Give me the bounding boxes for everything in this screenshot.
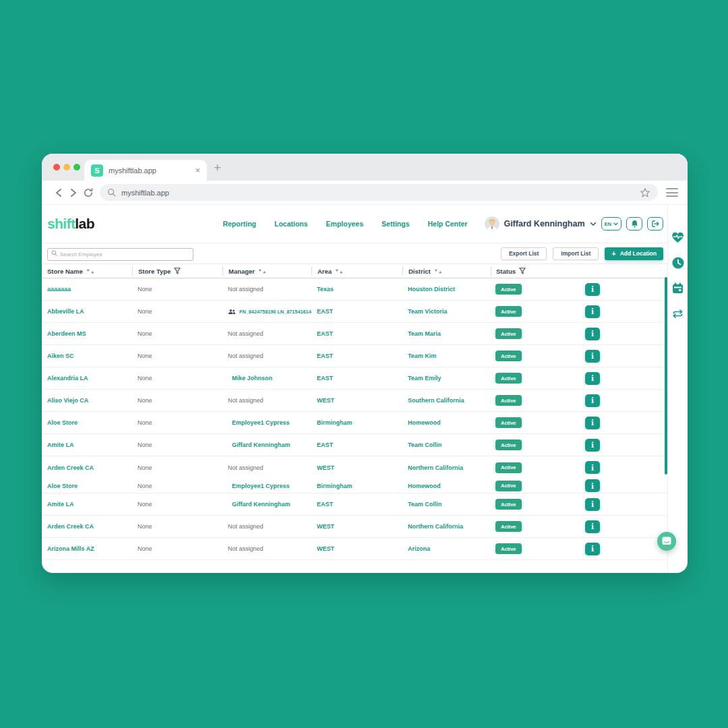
store-name-link[interactable]: Aliso Viejo CA (47, 397, 88, 404)
swap-arrows-icon[interactable] (671, 307, 684, 320)
add-location-button[interactable]: + Add Location (605, 247, 663, 260)
import-list-button[interactable]: Import List (553, 247, 599, 260)
back-arrow-icon[interactable] (51, 185, 66, 200)
new-tab-button[interactable]: + (214, 161, 221, 174)
reload-icon[interactable] (81, 185, 96, 200)
store-name-link[interactable]: Aiken SC (47, 353, 74, 359)
minimize-window-button[interactable] (63, 164, 70, 171)
district-value: Team Collin (408, 501, 442, 508)
store-name-link[interactable]: Amite LA (47, 442, 74, 448)
chat-launcher[interactable] (657, 532, 676, 551)
sort-icon[interactable] (258, 269, 266, 274)
district-value: Team Victoria (408, 308, 447, 315)
url-bar[interactable]: myshiftlab.app (100, 184, 658, 201)
info-button[interactable]: i (585, 520, 600, 533)
store-name-link[interactable]: Alexandria LA (47, 375, 88, 382)
manager-link[interactable]: Mike Johnson (232, 375, 272, 382)
user-menu[interactable]: Giffard Kenningham (485, 216, 596, 231)
info-cell: i (580, 417, 667, 429)
maximize-window-button[interactable] (73, 164, 80, 171)
status-cell: Active (491, 417, 580, 428)
info-button[interactable]: i (585, 305, 600, 318)
filter-icon[interactable] (174, 268, 181, 274)
nav-item-locations[interactable]: Locations (274, 220, 308, 228)
store-name-link[interactable]: Amite LA (47, 501, 74, 508)
export-list-button[interactable]: Export List (501, 247, 547, 260)
area-cell: EAST (311, 501, 402, 508)
manager-value: Not assigned (228, 397, 264, 404)
store-name-link[interactable]: Arden Creek CA (47, 523, 94, 530)
info-cell: i (580, 461, 667, 474)
store-name-link[interactable]: Aberdeen MS (47, 330, 86, 337)
status-cell: Active (491, 462, 580, 473)
clock-icon[interactable] (671, 256, 684, 269)
store-name-link[interactable]: Arizona Mills AZ (47, 545, 94, 552)
manager-link[interactable]: FN_8424758190 LN_8715416140 (239, 309, 311, 315)
store-name-link[interactable]: Aloe Store (47, 483, 78, 489)
district-cell: Northern California (402, 523, 491, 530)
sort-icon[interactable] (434, 269, 442, 274)
search-input[interactable] (47, 248, 193, 261)
info-button[interactable]: i (585, 350, 600, 363)
district-cell: Team Victoria (402, 308, 491, 315)
table-row: Aloe StoreNoneEmployee1 CypressBirmingha… (42, 479, 667, 493)
district-value: Homewood (408, 483, 441, 489)
column-header-district[interactable]: District (402, 266, 491, 276)
nav-item-reporting[interactable]: Reporting (222, 220, 256, 228)
calendar-icon[interactable] (671, 282, 684, 295)
status-cell: Active (491, 373, 580, 384)
bookmark-star-icon[interactable] (640, 187, 650, 198)
store-type-cell: None (132, 397, 222, 404)
manager-link[interactable]: Employee1 Cypress (232, 419, 290, 426)
close-window-button[interactable] (53, 164, 60, 171)
tab-close-icon[interactable]: × (195, 166, 200, 175)
column-header-area[interactable]: Area (311, 266, 402, 276)
column-header-manager[interactable]: Manager (222, 266, 311, 276)
shiftlab-logo[interactable]: shiftlab (47, 216, 94, 232)
info-button[interactable]: i (585, 394, 600, 407)
store-name-link[interactable]: aaaaaaa (47, 286, 71, 293)
nav-item-settings[interactable]: Settings (382, 220, 409, 228)
info-button[interactable]: i (585, 328, 600, 340)
area-value: WEST (317, 523, 334, 530)
user-name: Giffard Kenningham (504, 219, 584, 229)
info-button[interactable]: i (585, 283, 600, 296)
column-header-store-type[interactable]: Store Type (132, 266, 222, 276)
nav-item-help-center[interactable]: Help Center (427, 220, 467, 228)
store-name-link[interactable]: Arden Creek CA (47, 464, 94, 471)
page-background: { "colors": { "page_bg": "#16A085", "tea… (0, 0, 728, 728)
info-button[interactable]: i (585, 372, 600, 385)
filter-icon[interactable] (519, 268, 526, 274)
sort-icon[interactable] (335, 269, 343, 274)
store-name-link[interactable]: Abbeville LA (47, 308, 84, 315)
info-button[interactable]: i (585, 498, 600, 511)
manager-link[interactable]: Giffard Kenningham (232, 442, 291, 448)
browser-address-bar: myshiftlab.app (42, 181, 688, 205)
info-cell: i (580, 498, 667, 511)
manager-link[interactable]: Employee1 Cypress (232, 483, 290, 489)
store-name-cell: Amite LA (42, 442, 132, 448)
status-badge: Active (495, 499, 522, 510)
manager-value: Not assigned (228, 464, 264, 471)
info-button[interactable]: i (585, 417, 600, 429)
browser-menu-icon[interactable] (666, 188, 678, 197)
notifications-button[interactable] (626, 217, 642, 231)
browser-tab[interactable]: S myshiftlab.app × (84, 160, 207, 181)
nav-item-employees[interactable]: Employees (326, 220, 363, 228)
language-selector[interactable]: EN (601, 217, 621, 231)
sort-icon[interactable] (86, 269, 94, 274)
store-name-link[interactable]: Aloe Store (47, 419, 78, 426)
logout-button[interactable] (647, 217, 663, 231)
info-button[interactable]: i (585, 479, 600, 492)
district-cell: Southern California (402, 397, 491, 404)
store-type-cell: None (132, 523, 222, 530)
manager-link[interactable]: Giffard Kenningham (232, 501, 291, 508)
heartbeat-icon[interactable] (671, 231, 684, 243)
info-button[interactable]: i (585, 439, 600, 452)
column-header-store-name[interactable]: Store Name (42, 266, 132, 276)
info-button[interactable]: i (585, 461, 600, 474)
forward-arrow-icon[interactable] (66, 185, 81, 200)
info-button[interactable]: i (585, 543, 600, 555)
manager-cell: Not assigned (222, 464, 311, 471)
column-header-status[interactable]: Status (491, 266, 580, 276)
